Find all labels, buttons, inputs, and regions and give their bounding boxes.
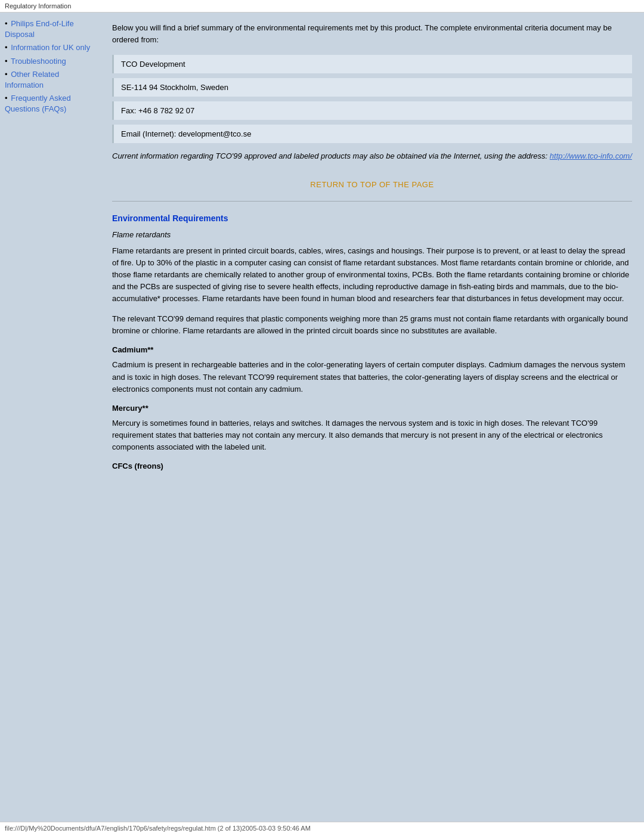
- bottom-bar-label: file:///D|/My%20Documents/dfu/A7/english…: [5, 825, 311, 832]
- sidebar-item-uk[interactable]: • Information for UK only: [5, 42, 95, 53]
- tco-line-4: Email (Internet): development@tco.se: [112, 125, 632, 143]
- tco-line-2: SE-114 94 Stockholm, Sweden: [112, 78, 632, 97]
- tco-info-link[interactable]: http://www.tco-info.com/: [550, 151, 632, 160]
- main-layout: • Philips End-of-Life Disposal • Informa…: [0, 13, 644, 822]
- mercury-heading: Mercury**: [112, 404, 632, 413]
- tco-line-3: Fax: +46 8 782 92 07: [112, 101, 632, 120]
- cadmium-paragraph: Cadmium is present in rechargeable batte…: [112, 359, 632, 395]
- bullet-icon: •: [5, 56, 8, 67]
- mercury-paragraph: Mercury is sometimes found in batteries,…: [112, 417, 632, 453]
- cfcs-heading: CFCs (freons): [112, 462, 632, 470]
- top-bar-label: Regulatory Information: [5, 2, 71, 10]
- flame-paragraph-1: Flame retardants are present in printed …: [112, 245, 632, 305]
- bullet-icon: •: [5, 42, 8, 53]
- bottom-bar: file:///D|/My%20Documents/dfu/A7/english…: [0, 822, 644, 833]
- bullet-icon: •: [5, 69, 8, 80]
- sidebar-link-troubleshooting[interactable]: Troubleshooting: [11, 57, 66, 66]
- sidebar-item-troubleshooting[interactable]: • Troubleshooting: [5, 56, 95, 67]
- italic-note: Current information regarding TCO'99 app…: [112, 150, 632, 162]
- sidebar-link-other[interactable]: Other Related Information: [5, 70, 59, 89]
- sidebar-link-faq[interactable]: Frequently Asked Questions (FAQs): [5, 94, 71, 113]
- sidebar: • Philips End-of-Life Disposal • Informa…: [0, 13, 100, 822]
- content-area: Below you will find a brief summary of t…: [100, 13, 644, 822]
- cadmium-heading: Cadmium**: [112, 345, 632, 354]
- return-link-anchor[interactable]: RETURN TO TOP OF THE PAGE: [310, 180, 434, 189]
- sidebar-item-faq[interactable]: • Frequently Asked Questions (FAQs): [5, 93, 95, 114]
- sidebar-link-uk[interactable]: Information for UK only: [11, 43, 90, 52]
- flame-retardants-subtitle: Flame retardants: [112, 230, 632, 239]
- tco-line-1: TCO Development: [112, 55, 632, 73]
- intro-paragraph: Below you will find a brief summary of t…: [112, 22, 632, 45]
- section-title: Environmental Requirements: [112, 213, 632, 223]
- bullet-icon: •: [5, 18, 8, 29]
- sidebar-item-other[interactable]: • Other Related Information: [5, 69, 95, 91]
- sidebar-item-eol[interactable]: • Philips End-of-Life Disposal: [5, 18, 95, 40]
- sidebar-link-eol[interactable]: Philips End-of-Life Disposal: [5, 19, 74, 39]
- bullet-icon: •: [5, 93, 8, 104]
- return-to-top[interactable]: RETURN TO TOP OF THE PAGE: [112, 180, 632, 189]
- section-divider: [112, 201, 632, 202]
- sidebar-nav: • Philips End-of-Life Disposal • Informa…: [5, 18, 95, 115]
- flame-paragraph-2: The relevant TCO'99 demand requires that…: [112, 313, 632, 337]
- top-bar: Regulatory Information: [0, 0, 644, 13]
